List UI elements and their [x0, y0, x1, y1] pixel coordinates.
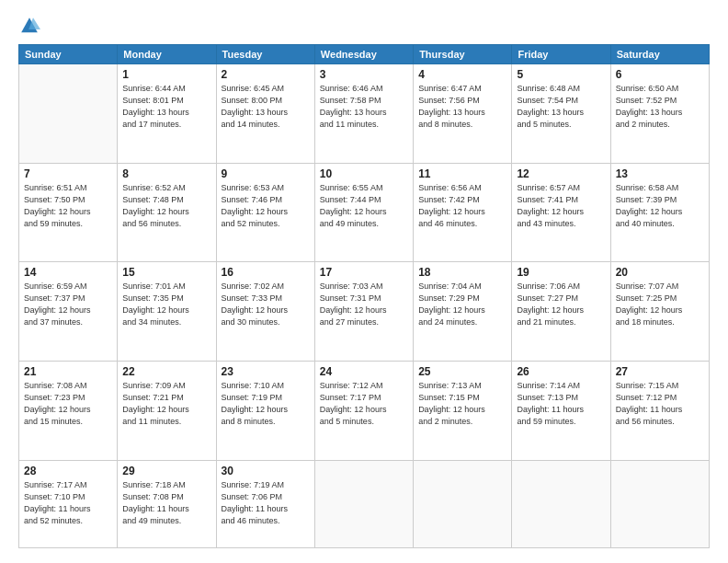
day-info: Sunrise: 7:07 AM Sunset: 7:25 PM Dayligh…	[616, 281, 704, 328]
calendar-cell	[314, 460, 413, 547]
calendar-cell: 8Sunrise: 6:52 AM Sunset: 7:48 PM Daylig…	[118, 163, 216, 262]
day-info: Sunrise: 6:44 AM Sunset: 8:01 PM Dayligh…	[122, 83, 210, 131]
calendar-cell: 9Sunrise: 6:53 AM Sunset: 7:46 PM Daylig…	[216, 163, 314, 262]
day-number: 10	[320, 167, 408, 180]
day-info: Sunrise: 7:04 AM Sunset: 7:29 PM Dayligh…	[418, 281, 506, 328]
day-info: Sunrise: 7:10 AM Sunset: 7:19 PM Dayligh…	[222, 380, 310, 428]
calendar-cell: 5Sunrise: 6:48 AM Sunset: 7:54 PM Daylig…	[512, 64, 610, 164]
calendar-cell: 7Sunrise: 6:51 AM Sunset: 7:50 PM Daylig…	[19, 163, 118, 262]
calendar-cell: 26Sunrise: 7:14 AM Sunset: 7:13 PM Dayli…	[512, 361, 610, 460]
day-info: Sunrise: 6:57 AM Sunset: 7:41 PM Dayligh…	[517, 182, 605, 230]
day-info: Sunrise: 6:52 AM Sunset: 7:48 PM Dayligh…	[122, 182, 210, 230]
weekday-header-saturday: Saturday	[610, 45, 709, 64]
header	[18, 15, 710, 37]
day-info: Sunrise: 7:06 AM Sunset: 7:27 PM Dayligh…	[517, 281, 605, 328]
day-number: 7	[24, 167, 112, 180]
day-number: 8	[122, 167, 210, 180]
day-number: 12	[517, 167, 605, 180]
calendar-cell: 18Sunrise: 7:04 AM Sunset: 7:29 PM Dayli…	[414, 262, 512, 362]
calendar-cell: 23Sunrise: 7:10 AM Sunset: 7:19 PM Dayli…	[216, 361, 314, 460]
day-number: 24	[320, 365, 408, 378]
calendar-cell: 20Sunrise: 7:07 AM Sunset: 7:25 PM Dayli…	[610, 262, 709, 362]
day-number: 19	[517, 266, 605, 279]
day-number: 30	[222, 465, 310, 477]
weekday-header-sunday: Sunday	[19, 45, 118, 64]
day-info: Sunrise: 6:58 AM Sunset: 7:39 PM Dayligh…	[616, 182, 704, 230]
day-number: 14	[24, 266, 112, 279]
day-info: Sunrise: 7:03 AM Sunset: 7:31 PM Dayligh…	[320, 281, 408, 328]
day-number: 17	[320, 266, 408, 279]
day-info: Sunrise: 6:53 AM Sunset: 7:46 PM Dayligh…	[222, 182, 310, 230]
calendar-table: SundayMondayTuesdayWednesdayThursdayFrid…	[18, 44, 710, 548]
day-info: Sunrise: 6:50 AM Sunset: 7:52 PM Dayligh…	[616, 83, 704, 131]
day-info: Sunrise: 7:12 AM Sunset: 7:17 PM Dayligh…	[320, 380, 408, 428]
weekday-header-row: SundayMondayTuesdayWednesdayThursdayFrid…	[19, 45, 710, 64]
calendar-cell: 17Sunrise: 7:03 AM Sunset: 7:31 PM Dayli…	[314, 262, 413, 362]
day-info: Sunrise: 7:02 AM Sunset: 7:33 PM Dayligh…	[222, 281, 310, 328]
calendar-cell: 11Sunrise: 6:56 AM Sunset: 7:42 PM Dayli…	[414, 163, 512, 262]
calendar-cell: 22Sunrise: 7:09 AM Sunset: 7:21 PM Dayli…	[118, 361, 216, 460]
calendar-cell: 25Sunrise: 7:13 AM Sunset: 7:15 PM Dayli…	[414, 361, 512, 460]
day-number: 3	[320, 68, 408, 81]
day-number: 26	[517, 365, 605, 378]
weekday-header-friday: Friday	[512, 45, 610, 64]
calendar-cell	[610, 460, 709, 547]
day-info: Sunrise: 7:08 AM Sunset: 7:23 PM Dayligh…	[24, 380, 112, 428]
calendar-cell: 1Sunrise: 6:44 AM Sunset: 8:01 PM Daylig…	[118, 64, 216, 164]
day-info: Sunrise: 6:56 AM Sunset: 7:42 PM Dayligh…	[418, 182, 506, 230]
calendar-cell: 4Sunrise: 6:47 AM Sunset: 7:56 PM Daylig…	[414, 64, 512, 164]
calendar-cell: 10Sunrise: 6:55 AM Sunset: 7:44 PM Dayli…	[314, 163, 413, 262]
day-info: Sunrise: 7:01 AM Sunset: 7:35 PM Dayligh…	[122, 281, 210, 328]
day-info: Sunrise: 6:48 AM Sunset: 7:54 PM Dayligh…	[517, 83, 605, 131]
day-number: 1	[122, 68, 210, 81]
calendar-cell: 19Sunrise: 7:06 AM Sunset: 7:27 PM Dayli…	[512, 262, 610, 362]
calendar-cell: 12Sunrise: 6:57 AM Sunset: 7:41 PM Dayli…	[512, 163, 610, 262]
logo	[18, 15, 44, 37]
day-number: 13	[616, 167, 704, 180]
day-number: 16	[222, 266, 310, 279]
weekday-header-monday: Monday	[118, 45, 216, 64]
calendar-cell: 16Sunrise: 7:02 AM Sunset: 7:33 PM Dayli…	[216, 262, 314, 362]
day-number: 2	[222, 68, 310, 81]
calendar-cell: 24Sunrise: 7:12 AM Sunset: 7:17 PM Dayli…	[314, 361, 413, 460]
day-number: 11	[418, 167, 506, 180]
day-info: Sunrise: 7:13 AM Sunset: 7:15 PM Dayligh…	[418, 380, 506, 428]
day-number: 20	[616, 266, 704, 279]
day-number: 25	[418, 365, 506, 378]
weekday-header-wednesday: Wednesday	[314, 45, 413, 64]
day-number: 6	[616, 68, 704, 81]
day-info: Sunrise: 6:46 AM Sunset: 7:58 PM Dayligh…	[320, 83, 408, 131]
calendar-cell: 14Sunrise: 6:59 AM Sunset: 7:37 PM Dayli…	[19, 262, 118, 362]
calendar-cell: 3Sunrise: 6:46 AM Sunset: 7:58 PM Daylig…	[314, 64, 413, 164]
day-number: 21	[24, 365, 112, 378]
day-number: 18	[418, 266, 506, 279]
day-number: 5	[517, 68, 605, 81]
day-info: Sunrise: 6:47 AM Sunset: 7:56 PM Dayligh…	[418, 83, 506, 131]
week-row-1: 1Sunrise: 6:44 AM Sunset: 8:01 PM Daylig…	[19, 64, 710, 164]
calendar-cell: 6Sunrise: 6:50 AM Sunset: 7:52 PM Daylig…	[610, 64, 709, 164]
calendar-cell: 29Sunrise: 7:18 AM Sunset: 7:08 PM Dayli…	[118, 460, 216, 547]
day-number: 9	[222, 167, 310, 180]
week-row-3: 14Sunrise: 6:59 AM Sunset: 7:37 PM Dayli…	[19, 262, 710, 362]
day-info: Sunrise: 7:09 AM Sunset: 7:21 PM Dayligh…	[122, 380, 210, 428]
calendar-cell	[512, 460, 610, 547]
day-number: 29	[122, 465, 210, 477]
day-number: 4	[418, 68, 506, 81]
day-info: Sunrise: 7:15 AM Sunset: 7:12 PM Dayligh…	[616, 380, 704, 428]
calendar-cell: 13Sunrise: 6:58 AM Sunset: 7:39 PM Dayli…	[610, 163, 709, 262]
day-info: Sunrise: 7:17 AM Sunset: 7:10 PM Dayligh…	[24, 479, 112, 527]
calendar-cell: 21Sunrise: 7:08 AM Sunset: 7:23 PM Dayli…	[19, 361, 118, 460]
calendar-cell: 15Sunrise: 7:01 AM Sunset: 7:35 PM Dayli…	[118, 262, 216, 362]
day-info: Sunrise: 6:45 AM Sunset: 8:00 PM Dayligh…	[222, 83, 310, 131]
calendar-cell: 28Sunrise: 7:17 AM Sunset: 7:10 PM Dayli…	[19, 460, 118, 547]
calendar-cell: 27Sunrise: 7:15 AM Sunset: 7:12 PM Dayli…	[610, 361, 709, 460]
day-info: Sunrise: 6:51 AM Sunset: 7:50 PM Dayligh…	[24, 182, 112, 230]
day-number: 23	[222, 365, 310, 378]
day-number: 15	[122, 266, 210, 279]
calendar-cell	[414, 460, 512, 547]
day-info: Sunrise: 6:55 AM Sunset: 7:44 PM Dayligh…	[320, 182, 408, 230]
day-number: 27	[616, 365, 704, 378]
weekday-header-tuesday: Tuesday	[216, 45, 314, 64]
calendar-cell	[19, 64, 118, 164]
page: SundayMondayTuesdayWednesdayThursdayFrid…	[0, 0, 728, 563]
